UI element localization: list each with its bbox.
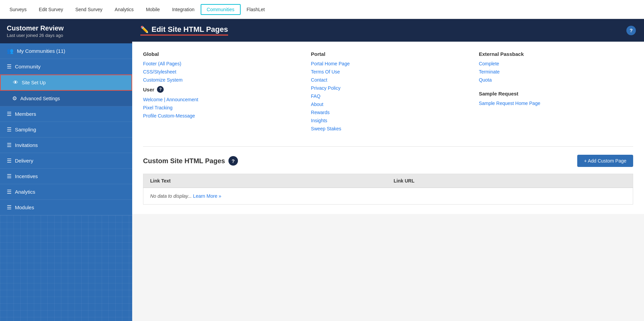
sidebar-item-sampling[interactable]: ☰ Sampling [0, 122, 132, 137]
global-column: Global Footer (All Pages) CSS/Stylesheet… [143, 51, 297, 134]
link-css[interactable]: CSS/Stylesheet [143, 69, 297, 74]
sidebar-title: Customer Review [7, 24, 125, 32]
table-row-empty: No data to display... Learn More » [143, 188, 633, 205]
link-terminate[interactable]: Terminate [479, 69, 633, 74]
custom-title-wrap: Custom Site HTML Pages ? [143, 156, 238, 166]
custom-section-title: Custom Site HTML Pages [143, 157, 225, 165]
custom-help-icon[interactable]: ? [228, 156, 238, 166]
user-section-header: User ? [143, 86, 297, 93]
sidebar-item-delivery[interactable]: ☰ Delivery [0, 153, 132, 169]
sampling-icon: ☰ [7, 126, 12, 133]
page-grid: Global Footer (All Pages) CSS/Stylesheet… [143, 51, 633, 134]
delivery-icon: ☰ [7, 157, 12, 164]
learn-more-link[interactable]: Learn More » [193, 193, 221, 199]
site-setup-label: Site Set Up [22, 80, 46, 85]
eye-icon: 👁 [13, 80, 18, 86]
sidebar-item-members[interactable]: ☰ Members [0, 106, 132, 122]
custom-section: Custom Site HTML Pages ? + Add Custom Pa… [143, 146, 633, 205]
link-rewards[interactable]: Rewards [311, 110, 465, 115]
gear-icon: ⚙ [12, 95, 17, 102]
nav-item-surveys[interactable]: Surveys [3, 4, 33, 15]
link-portal-home[interactable]: Portal Home Page [311, 61, 465, 66]
user-title: User [143, 87, 154, 92]
nav-item-analytics[interactable]: Analytics [108, 4, 140, 15]
members-icon: ☰ [7, 111, 12, 117]
advanced-settings-label: Advanced Settings [20, 96, 60, 101]
grid-icon: ☰ [7, 63, 12, 70]
sidebar-item-community[interactable]: ☰ Community [0, 59, 132, 74]
communities-icon: 👥 [7, 48, 14, 54]
external-passback-title: External Passback [479, 51, 633, 57]
link-profile-custom[interactable]: Profile Custom-Message [143, 113, 297, 119]
analytics-label: Analytics [15, 189, 35, 195]
sidebar-subtitle: Last user joined 26 days ago [7, 33, 125, 38]
sidebar-item-advanced-settings[interactable]: ⚙ Advanced Settings [0, 91, 132, 106]
sidebar-item-invitations[interactable]: ☰ Invitations [0, 137, 132, 153]
nav-item-integration[interactable]: Integration [166, 4, 201, 15]
portal-title: Portal [311, 51, 465, 57]
content-header-title-wrap: ✏️ Edit Site HTML Pages [140, 25, 228, 36]
content-header: ✏️ Edit Site HTML Pages ? [132, 19, 644, 42]
sidebar-item-analytics[interactable]: ☰ Analytics [0, 184, 132, 200]
incentives-label: Incentives [15, 173, 38, 179]
link-about[interactable]: About [311, 102, 465, 107]
top-nav: Surveys Edit Survey Send Survey Analytic… [0, 0, 644, 19]
nav-item-communities[interactable]: Communities [201, 4, 241, 15]
no-data-cell: No data to display... Learn More » [143, 188, 633, 205]
modules-label: Modules [15, 205, 34, 210]
content-header-left: ✏️ Edit Site HTML Pages [140, 25, 228, 36]
incentives-icon: ☰ [7, 173, 12, 179]
help-button[interactable]: ? [626, 26, 636, 35]
main-layout: Customer Review Last user joined 26 days… [0, 19, 644, 321]
sidebar-item-my-communities[interactable]: 👥 My Communities (11) [0, 43, 132, 59]
link-terms-of-use[interactable]: Terms Of Use [311, 69, 465, 74]
sample-request-title: Sample Request [479, 91, 633, 97]
table-header: Link Text Link URL [143, 174, 633, 188]
nav-item-flashlet[interactable]: FlashLet [241, 4, 271, 15]
invitations-label: Invitations [15, 142, 38, 148]
sidebar-item-incentives[interactable]: ☰ Incentives [0, 169, 132, 184]
link-footer[interactable]: Footer (All Pages) [143, 61, 297, 66]
nav-item-mobile[interactable]: Mobile [140, 4, 166, 15]
link-sample-request-home[interactable]: Sample Request Home Page [479, 101, 633, 106]
sample-request-section: Sample Request Sample Request Home Page [479, 91, 633, 106]
link-privacy-policy[interactable]: Privacy Policy [311, 85, 465, 91]
link-insights[interactable]: Insights [311, 118, 465, 123]
edit-pencil-icon: ✏️ [140, 25, 149, 34]
link-sweep-stakes[interactable]: Sweep Stakes [311, 126, 465, 131]
global-title: Global [143, 51, 297, 57]
sidebar-grid-background [0, 215, 132, 321]
sidebar-header: Customer Review Last user joined 26 days… [0, 19, 132, 43]
link-customize-system[interactable]: Customize System [143, 77, 297, 83]
link-pixel-tracking[interactable]: Pixel Tracking [143, 105, 297, 110]
user-section: User ? Welcome | Announcement Pixel Trac… [143, 86, 297, 119]
delivery-label: Delivery [15, 158, 33, 164]
add-custom-page-button[interactable]: + Add Custom Page [577, 155, 633, 167]
link-complete[interactable]: Complete [479, 61, 633, 66]
user-help-icon[interactable]: ? [157, 86, 164, 93]
link-welcome[interactable]: Welcome | Announcement [143, 97, 297, 102]
modules-icon: ☰ [7, 204, 12, 211]
my-communities-label: My Communities (11) [17, 48, 65, 54]
page-title: Edit Site HTML Pages [152, 25, 228, 34]
sidebar-item-modules[interactable]: ☰ Modules [0, 200, 132, 215]
col-link-url: Link URL [387, 174, 633, 188]
nav-item-edit-survey[interactable]: Edit Survey [33, 4, 69, 15]
nav-item-send-survey[interactable]: Send Survey [69, 4, 108, 15]
link-faq[interactable]: FAQ [311, 93, 465, 99]
link-contact[interactable]: Contact [311, 77, 465, 83]
external-column: External Passback Complete Terminate Quo… [479, 51, 633, 134]
table-body: No data to display... Learn More » [143, 188, 633, 205]
analytics-icon: ☰ [7, 189, 12, 195]
link-quota[interactable]: Quota [479, 77, 633, 83]
sidebar: Customer Review Last user joined 26 days… [0, 19, 132, 321]
members-label: Members [15, 111, 36, 117]
portal-column: Portal Portal Home Page Terms Of Use Con… [311, 51, 465, 134]
custom-section-header: Custom Site HTML Pages ? + Add Custom Pa… [143, 155, 633, 167]
title-underline [140, 35, 228, 36]
col-link-text: Link Text [143, 174, 387, 188]
no-data-text: No data to display... [150, 193, 192, 199]
sidebar-item-site-setup[interactable]: 👁 Site Set Up [0, 74, 132, 91]
content-body: Global Footer (All Pages) CSS/Stylesheet… [132, 42, 644, 214]
main-content: ✏️ Edit Site HTML Pages ? Global Footer … [132, 19, 644, 321]
